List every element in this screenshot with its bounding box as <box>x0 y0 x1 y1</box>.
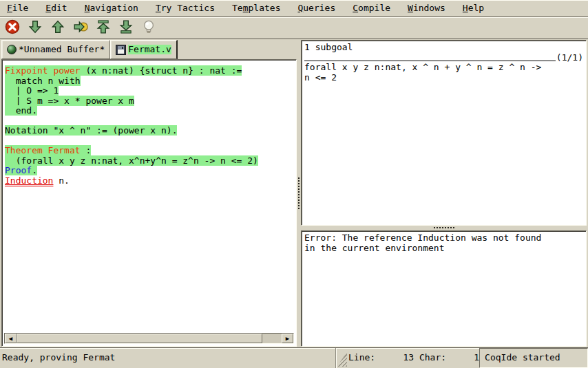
code-segment: Proof <box>5 165 32 175</box>
resize-grip-icon[interactable] <box>337 352 347 367</box>
code-segment: end. <box>5 105 37 116</box>
goal-line: forall x y z n:nat, x ^ n + y ^ n = z ^ … <box>304 63 583 73</box>
scrollbar-track[interactable] <box>262 334 282 343</box>
menu-windows[interactable]: Windows <box>402 2 451 15</box>
buffer-tab-row: *Unnamed Buffer* Fermat.v <box>1 40 178 59</box>
menu-edit[interactable]: Edit <box>40 2 72 15</box>
message-line: in the current environment <box>304 243 583 254</box>
menu-queries[interactable]: Queries <box>292 2 341 15</box>
go-to-cursor-button[interactable] <box>72 19 90 37</box>
line-value: 13 <box>375 353 414 363</box>
hints-button[interactable] <box>140 19 158 37</box>
subgoal-header: 1 subgoal <box>304 43 583 53</box>
code-line[interactable] <box>5 136 296 147</box>
code-segment: (x n:nat) {struct n} : nat := <box>81 65 242 76</box>
scrollbar-thumb[interactable] <box>17 334 262 343</box>
error-message: Error: The reference Induction was not f… <box>302 231 586 255</box>
scroll-left-arrow-icon[interactable]: ◀ <box>5 334 17 343</box>
down-arrow-bar-icon <box>118 19 134 36</box>
code-line[interactable]: end. <box>5 106 296 116</box>
status-bar: Ready, proving Fermat Line: 13 Char: 1 C… <box>0 347 588 368</box>
code-segment: (forall x y z n:nat, x^n+y^n = z^n -> n … <box>5 155 258 166</box>
up-arrow-bar-icon <box>96 19 111 36</box>
menu-file[interactable]: File <box>1 2 34 15</box>
toolbar <box>0 17 588 39</box>
menu-templates[interactable]: Templates <box>227 2 286 15</box>
code-segment: : <box>85 145 91 155</box>
go-to-start-button[interactable] <box>94 19 112 37</box>
scroll-right-arrow-icon[interactable]: ▶ <box>282 334 293 343</box>
goal-line: n <= 2 <box>304 73 583 83</box>
step-forward-button[interactable] <box>26 19 44 37</box>
code-segment: Theorem Fermat <box>5 145 85 155</box>
char-label: Char: <box>419 353 446 363</box>
code-segment: . <box>32 165 37 175</box>
tab-unnamed-buffer-label: *Unnamed Buffer* <box>19 45 105 55</box>
line-label: Line: <box>348 353 375 363</box>
go-to-end-button[interactable] <box>117 19 135 37</box>
vertical-splitter[interactable] <box>296 40 301 347</box>
code-line[interactable]: Proof. <box>5 166 296 176</box>
goal-text: forall x y z n:nat, x ^ n + y ^ n = z ^ … <box>304 63 583 83</box>
code-segment: | S m => x * power x m <box>5 96 134 106</box>
code-segment: n. <box>53 175 69 186</box>
status-message: Ready, proving Fermat <box>0 348 337 368</box>
coqide-status: CoqIde started <box>479 348 588 368</box>
code-segment: Fixpoint power <box>5 65 81 76</box>
goals-pane[interactable]: 1 subgoal (1/1) forall x y z n:nat, x ^ … <box>301 40 587 226</box>
splitter-handle-dots[interactable] <box>298 177 300 209</box>
code-line[interactable]: | O => 1 <box>5 86 296 96</box>
down-arrow-icon <box>28 19 43 36</box>
code-line[interactable]: Theorem Fermat : <box>5 146 296 156</box>
up-arrow-icon <box>50 19 65 36</box>
stop-icon <box>5 19 20 36</box>
menu-bar: FileEditNavigationTry TacticsTemplatesQu… <box>0 0 588 17</box>
tab-fermat-v[interactable]: Fermat.v <box>110 40 178 59</box>
code-segment: | O => 1 <box>5 85 59 96</box>
char-value: 1 <box>446 353 479 363</box>
code-segment: Notation "x ^ n" := (power x n). <box>5 125 177 136</box>
horizontal-scrollbar[interactable]: ◀ ▶ <box>4 333 294 344</box>
tab-fermat-v-label: Fermat.v <box>128 45 171 55</box>
arrow-ball-icon <box>73 19 88 36</box>
horizontal-splitter[interactable] <box>301 224 587 230</box>
code-segment: match n with <box>5 76 81 86</box>
floppy-disk-icon <box>116 45 126 55</box>
menu-navigation[interactable]: Navigation <box>79 2 144 15</box>
stop-button[interactable] <box>3 19 21 37</box>
messages-pane[interactable]: Error: The reference Induction was not f… <box>301 230 587 347</box>
spacer <box>414 353 419 363</box>
code-line[interactable]: match n with <box>5 76 296 87</box>
goal-counter: (1/1) <box>556 53 583 63</box>
menu-compile[interactable]: Compile <box>347 2 396 15</box>
code-line[interactable]: Induction n. <box>5 176 296 186</box>
message-line: Error: The reference Induction was not f… <box>304 233 583 243</box>
code-line[interactable]: | S m => x * power x m <box>5 96 296 107</box>
coqide-window: { "colors":{ "window_bg":"#d7d3c3", "pan… <box>0 0 588 368</box>
splitter-handle-dots[interactable] <box>434 227 454 228</box>
script-editor-pane[interactable]: Fixpoint power (x n:nat) {struct n} : na… <box>1 59 297 347</box>
tab-unnamed-buffer[interactable]: *Unnamed Buffer* <box>1 40 110 59</box>
goal-separator: (1/1) <box>304 53 583 63</box>
code-line[interactable]: (forall x y z n:nat, x^n+y^n = z^n -> n … <box>5 156 296 166</box>
code-line[interactable] <box>5 116 296 127</box>
code-segment: Induction <box>5 175 53 186</box>
menu-try-tactics[interactable]: Try Tactics <box>150 2 220 15</box>
green-sphere-icon <box>7 45 17 54</box>
lightbulb-icon <box>141 19 156 36</box>
goal-separator-line <box>304 61 556 61</box>
cursor-position: Line: 13 Char: 1 <box>348 348 479 368</box>
step-backward-button[interactable] <box>49 19 67 37</box>
code-line[interactable]: Notation "x ^ n" := (power x n). <box>5 126 296 136</box>
code-line[interactable]: Fixpoint power (x n:nat) {struct n} : na… <box>5 66 296 76</box>
script-code[interactable]: Fixpoint power (x n:nat) {struct n} : na… <box>2 60 296 186</box>
menu-help[interactable]: Help <box>457 2 490 15</box>
